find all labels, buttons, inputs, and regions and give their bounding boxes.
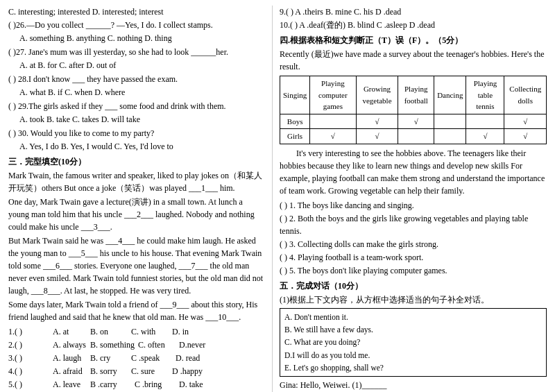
dialogue-line-1: Gina: Hello, Weiwei. (1)______ [280,379,547,391]
survey-intro: Recently (最近)we have made a survey about… [280,48,547,73]
col-table-tennis: Playing table tennis [466,76,504,114]
choice-d: D.I will do as you told me. [284,349,542,361]
left-column: C. interesting; interested D. interested… [8,6,265,392]
fill-opt-3: 3.( ) A. laugh B. cry C .speak D. read [8,352,265,364]
q26-block: ( )26.—Do you collect ______? —Yes, I do… [8,19,265,44]
section5-title: 五．完成对话（10分） [280,280,547,292]
choice-c: C. What are you doing? [284,336,542,348]
col-dolls: Collecting dolls [504,76,547,114]
choice-b: B. We still have a few days. [284,323,542,336]
dialogue: Gina: Hello, Weiwei. (1)______ Weiwei I'… [280,379,547,392]
judge-q5: ( ) 5. The boys don't like playing compu… [280,264,547,277]
dialogue-instruction: (1)根据上下文内容，从方框中选择适当的句子补全对话。 [280,293,547,306]
q30-block: ( ) 30. Would you like to come to my par… [8,127,265,153]
choice-e: E. Let's go shopping, shall we? [284,361,542,374]
judge-q4: ( ) 4. Playing football is a team-work s… [280,251,547,264]
col-football: Playing football [398,76,434,114]
reading-para: It's very interesting to see the hobbies… [280,147,547,197]
fill-opt-5: 5.( ) A. leave B .carry C .bring D. take [8,378,265,391]
fill-options: 1.( ) A. at B. on C. with D. in 2.( ) A.… [8,325,265,392]
judge-q1: ( ) 1. The boys like dancing and singing… [280,199,547,212]
col-vegetable: Growing vegetable [356,76,398,114]
q9-line: 9.( ) A .theirs B. mine C. his D .dead [280,6,547,18]
col-computer: Playing computer games [310,76,356,114]
right-column: 9.( ) A .theirs B. mine C. his D .dead 1… [280,6,547,392]
judge-q3: ( ) 3. Collecting dolls can make the gir… [280,238,547,250]
passage: Mark Twain, the famous writer and speake… [8,169,265,323]
q28-block: ( ) 28.I don't know ___ they have passed… [8,73,265,99]
fill-opt-4: 4.( ) A. afraid B. sorry C. sure D .happ… [8,365,265,377]
section4-title: 四.根据表格和短文判断正（T）误（F）。（5分） [280,34,547,46]
choices-box: A. Don't mention it. B. We still have a … [280,308,547,377]
choice-a: A. Don't mention it. [284,311,542,323]
col-dancing: Dancing [434,76,466,114]
boys-label: Boys [280,114,310,129]
col-singing: Singing [280,76,310,114]
section3-title: 三．完型填空(10分） [8,155,265,168]
q-interesting-line: C. interesting; interested D. interested… [8,6,265,18]
table-row-girls: Girls √ √ √ √ [280,129,547,144]
judge-q2: ( ) 2. Both the boys and the girls like … [280,212,547,237]
q29-block: ( ) 29.The girls asked if they ___ some … [8,100,265,126]
fill-opt-2: 2.( ) A. always B. something C. often D.… [8,339,265,351]
survey-table: Singing Playing computer games Growing v… [280,76,547,144]
fill-opt-1: 1.( ) A. at B. on C. with D. in [8,325,265,338]
table-row-boys: Boys √ √ √ [280,114,547,129]
q10-line: 10.( ) A .deaf(聋的) B. blind C .asleep D … [280,19,547,31]
judge-questions: ( ) 1. The boys like dancing and singing… [280,199,547,277]
girls-label: Girls [280,129,310,144]
q27-block: ( )27. Jane's mum was ill yesterday, so … [8,46,265,71]
